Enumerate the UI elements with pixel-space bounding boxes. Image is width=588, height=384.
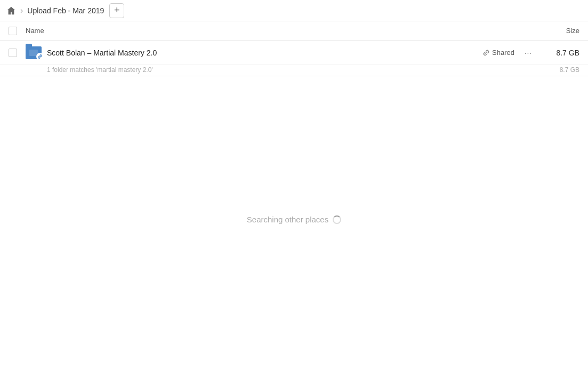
column-size-header: Size [537,27,579,35]
file-icon-wrap [26,46,42,59]
breadcrumb-bar: › Upload Feb - Mar 2019 + [0,0,588,21]
column-header-row: Name Size [0,21,588,41]
table-row[interactable]: Scott Bolan – Martial Mastery 2.0 Shared… [0,41,588,65]
sub-info-row: 1 folder matches 'martial mastery 2.0' 8… [0,65,588,76]
shared-text: Shared [492,49,514,57]
shared-link-badge [36,53,44,60]
link-badge-icon [37,54,43,59]
more-options-button[interactable]: ··· [521,49,536,57]
search-spinner [333,215,341,224]
header-checkbox-cell [9,27,26,35]
column-name-header: Name [26,27,537,35]
sub-info-size: 8.7 GB [542,66,579,74]
row-checkbox[interactable] [9,49,17,57]
breadcrumb-separator: › [20,6,23,15]
shared-label-wrap: Shared [482,49,514,57]
file-name: Scott Bolan – Martial Mastery 2.0 [47,49,482,57]
breadcrumb-title: Upload Feb - Mar 2019 [27,6,104,15]
searching-label: Searching other places [247,215,328,224]
home-button[interactable] [6,6,16,15]
more-icon: ··· [525,49,533,57]
file-size: 8.7 GB [542,49,579,57]
home-icon [6,6,16,15]
row-checkbox-cell [9,49,26,57]
add-button[interactable]: + [109,3,124,18]
select-all-checkbox[interactable] [9,27,17,35]
searching-section: Searching other places [0,215,588,224]
link-icon [482,49,490,57]
sub-info-text: 1 folder matches 'martial mastery 2.0' [47,66,153,74]
